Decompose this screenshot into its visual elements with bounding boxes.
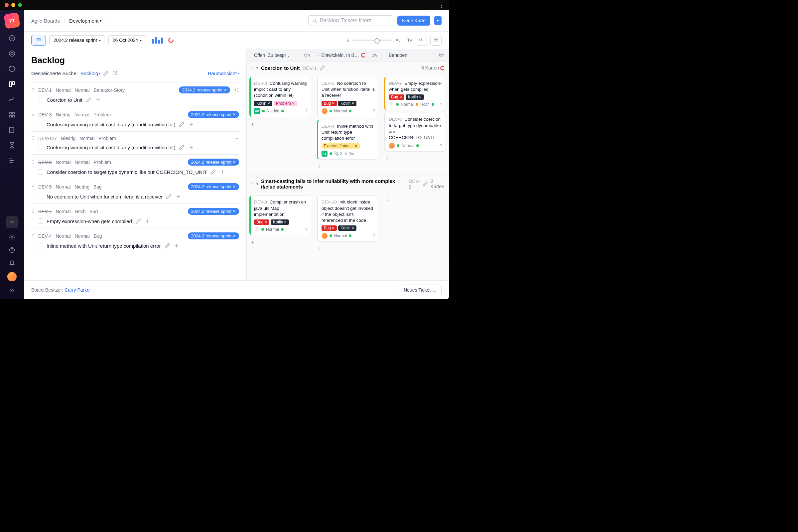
checkbox[interactable] <box>38 122 43 127</box>
sprint-tag[interactable]: 2024.2 release sprint ✕ <box>188 208 239 215</box>
add-icon[interactable] <box>145 218 151 224</box>
add-card-button[interactable]: + <box>384 195 446 205</box>
issue-id[interactable]: DEV-1 <box>38 88 52 93</box>
add-card-button[interactable]: + <box>317 162 379 172</box>
breadcrumb-parent[interactable]: Agile-Boards <box>31 18 60 24</box>
drag-handle[interactable]: ⠿ <box>31 184 34 190</box>
more-icon[interactable]: ⋯ <box>106 17 112 24</box>
new-card-button[interactable]: Neue Karte <box>397 16 430 25</box>
issue-title[interactable]: No coercion to Unit when function litera… <box>46 194 163 200</box>
issue-title[interactable]: Inline method with Unit return type comp… <box>46 243 161 249</box>
maximize-window[interactable] <box>18 3 22 7</box>
sprint-tag[interactable]: 2024.2 release sprint ✕ <box>188 111 239 118</box>
column-header[interactable]: ‹Behoben0m <box>381 49 449 61</box>
new-card-dropdown[interactable]: ▾ <box>434 16 441 25</box>
unassigned-icon[interactable] <box>254 227 259 232</box>
drag-handle[interactable]: ⠿ <box>31 209 34 214</box>
swimlane-id[interactable]: DEV-1 <box>303 65 317 71</box>
new-ticket-button[interactable]: Neues Ticket … <box>399 285 441 295</box>
treeview-toggle[interactable]: Baumansicht ▾ <box>208 71 239 76</box>
add-icon[interactable] <box>175 193 181 200</box>
close-window[interactable] <box>5 3 8 7</box>
chart-icon[interactable] <box>152 37 163 43</box>
swimlane-title[interactable]: Smart-casting fails to infer nullability… <box>261 178 406 190</box>
checkbox[interactable] <box>38 243 43 248</box>
tag-kotlin[interactable]: Kotlin ✕ <box>254 101 272 106</box>
issue-title[interactable]: Consider coercion to target type dynamic… <box>46 169 207 175</box>
tag-kotlin[interactable]: Kotlin ✕ <box>338 225 357 231</box>
collapse-icon[interactable]: ▾ <box>256 182 258 186</box>
size-tv-label[interactable]: TV <box>407 38 412 42</box>
bell-icon[interactable] <box>8 259 15 266</box>
issue-id[interactable]: DEV-4 <box>38 233 52 239</box>
checkmark-icon[interactable] <box>8 35 16 42</box>
checkbox[interactable] <box>38 218 43 224</box>
add-icon[interactable] <box>220 169 225 175</box>
issue-id[interactable]: DEV-5 <box>38 184 52 190</box>
more-tags[interactable]: +1 <box>234 88 239 92</box>
board-icon[interactable] <box>8 80 16 88</box>
assignee-avatar[interactable] <box>389 142 395 149</box>
drag-handle[interactable]: ⠿ <box>31 136 34 141</box>
swimlane-id[interactable]: DEV-2 <box>408 178 420 190</box>
issue-id[interactable]: DEV-127 <box>38 136 57 141</box>
issue-card[interactable]: DEV-5 No coercion to Unit when function … <box>317 77 379 117</box>
swimlane-title[interactable]: Coercion to Unit <box>261 65 300 71</box>
tag-ext[interactable]: External featur… ✕ <box>322 143 360 149</box>
chart-settings-icon[interactable] <box>416 35 427 45</box>
search-input[interactable]: Backlog-Tickets filtern <box>308 15 393 26</box>
tag-kotlin[interactable]: Kotlin ✕ <box>338 101 357 106</box>
edit-icon[interactable] <box>103 70 109 76</box>
edit-icon[interactable] <box>166 193 172 200</box>
user-avatar[interactable] <box>7 272 17 281</box>
saved-search-value[interactable]: Backlog ▾ <box>80 71 100 76</box>
help-icon[interactable]: ? <box>440 143 442 148</box>
tag-bug[interactable]: Bug ✕ <box>322 101 337 106</box>
issue-card[interactable]: DEV-8 Consider coercion to target type d… <box>384 113 446 152</box>
help-icon[interactable] <box>8 247 15 253</box>
column-header[interactable]: ‹Offen, Zu bespr…0m <box>247 49 314 61</box>
assignee-avatar[interactable]: AS <box>322 151 327 157</box>
tag-bug[interactable]: Bug ✕ <box>322 225 337 231</box>
add-icon[interactable] <box>188 144 194 150</box>
edit-icon[interactable] <box>179 144 185 150</box>
window-menu-icon[interactable]: ⋮ <box>438 2 444 8</box>
card-size-slider[interactable] <box>353 40 392 41</box>
date-selector[interactable]: 26 Oct 2024▾ <box>108 35 146 45</box>
gantt-icon[interactable] <box>8 157 16 164</box>
backlog-toggle-icon[interactable] <box>31 35 46 45</box>
checkbox[interactable] <box>38 194 43 199</box>
arrow-right-icon[interactable]: → <box>234 136 239 141</box>
issue-id[interactable]: DEV-3 <box>38 112 52 117</box>
issue-title[interactable]: Confusing warning implicit cast to any (… <box>46 122 175 127</box>
tag-kotlin[interactable]: Kotlin ✕ <box>406 94 424 100</box>
checkbox[interactable] <box>38 145 43 150</box>
tag-bug[interactable]: Bug ✕ <box>389 94 404 100</box>
gear-icon[interactable] <box>8 234 15 241</box>
owner-link[interactable]: Carry Parker <box>64 287 91 292</box>
checkbox[interactable] <box>38 169 43 174</box>
issue-title[interactable]: Confusing warning implicit cast to any (… <box>46 145 175 150</box>
sprint-tag[interactable]: 2024.2 release sprint ✕ <box>188 158 239 166</box>
minimize-window[interactable] <box>11 3 15 7</box>
pie-icon[interactable] <box>167 37 174 44</box>
help-icon[interactable]: ? <box>305 227 307 232</box>
help-icon[interactable]: ? <box>305 109 307 113</box>
tag-bug[interactable]: Bug ✕ <box>254 220 269 225</box>
add-card-button[interactable]: + <box>249 238 311 247</box>
edit-icon[interactable] <box>86 97 92 103</box>
edit-icon[interactable] <box>135 218 141 224</box>
reports-icon[interactable] <box>8 96 16 103</box>
help-icon[interactable]: ? <box>373 233 375 238</box>
column-header[interactable]: ‹Entwickeln, In B…1w <box>314 49 382 61</box>
issue-id[interactable]: DEV-7 <box>38 209 52 214</box>
drag-handle[interactable]: ⠿ <box>31 112 34 117</box>
add-icon[interactable] <box>174 243 179 249</box>
drag-handle[interactable]: ⠿ <box>31 88 34 93</box>
issue-card[interactable]: DEV-10 Init block inside object doesn't … <box>317 195 379 242</box>
tag-problem[interactable]: Problem ✕ <box>274 101 297 106</box>
edit-icon[interactable] <box>164 243 170 249</box>
add-icon[interactable] <box>95 97 101 103</box>
issue-title[interactable]: Coercion to Unit <box>46 97 82 103</box>
unassigned-icon[interactable] <box>389 102 394 107</box>
